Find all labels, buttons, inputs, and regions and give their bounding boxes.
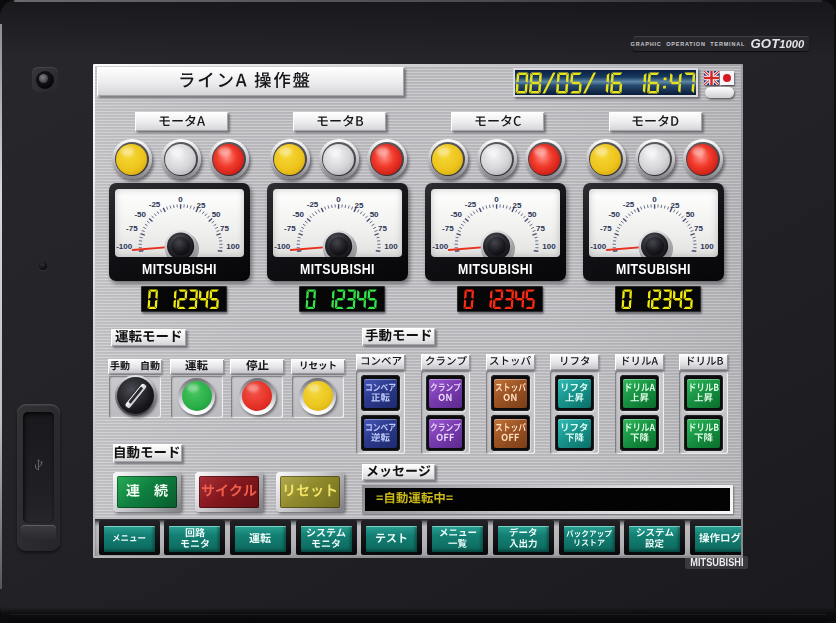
svg-text:50: 50 — [686, 210, 695, 219]
svg-text:-50: -50 — [292, 210, 304, 219]
svg-text:25: 25 — [512, 201, 521, 210]
svg-text:100: 100 — [384, 242, 398, 251]
svg-text:100: 100 — [542, 242, 556, 251]
svg-text:-100: -100 — [432, 242, 449, 251]
svg-text:25: 25 — [354, 201, 363, 210]
svg-text:75: 75 — [536, 224, 545, 233]
svg-text:-75: -75 — [284, 224, 296, 233]
svg-text:50: 50 — [528, 210, 537, 219]
svg-text:-50: -50 — [450, 210, 462, 219]
svg-text:0: 0 — [336, 195, 341, 204]
svg-text:-50: -50 — [608, 210, 620, 219]
svg-text:0: 0 — [178, 195, 183, 204]
svg-text:-50: -50 — [134, 210, 146, 219]
svg-text:-25: -25 — [623, 200, 635, 209]
svg-text:75: 75 — [694, 224, 703, 233]
svg-text:75: 75 — [220, 224, 229, 233]
svg-text:-75: -75 — [600, 224, 612, 233]
svg-text:50: 50 — [212, 210, 221, 219]
svg-text:-25: -25 — [465, 200, 477, 209]
svg-text:0: 0 — [652, 195, 657, 204]
svg-text:50: 50 — [370, 210, 379, 219]
svg-text:-100: -100 — [116, 242, 133, 251]
svg-text:25: 25 — [196, 201, 205, 210]
svg-text:75: 75 — [378, 224, 387, 233]
svg-text:-25: -25 — [149, 200, 161, 209]
svg-text:100: 100 — [226, 242, 240, 251]
svg-text:-25: -25 — [307, 200, 319, 209]
svg-text:100: 100 — [700, 242, 714, 251]
svg-text:-75: -75 — [442, 224, 454, 233]
svg-text:-100: -100 — [274, 242, 291, 251]
svg-text:0: 0 — [494, 195, 499, 204]
svg-text:25: 25 — [670, 201, 679, 210]
svg-text:-75: -75 — [126, 224, 138, 233]
svg-text:-100: -100 — [590, 242, 607, 251]
